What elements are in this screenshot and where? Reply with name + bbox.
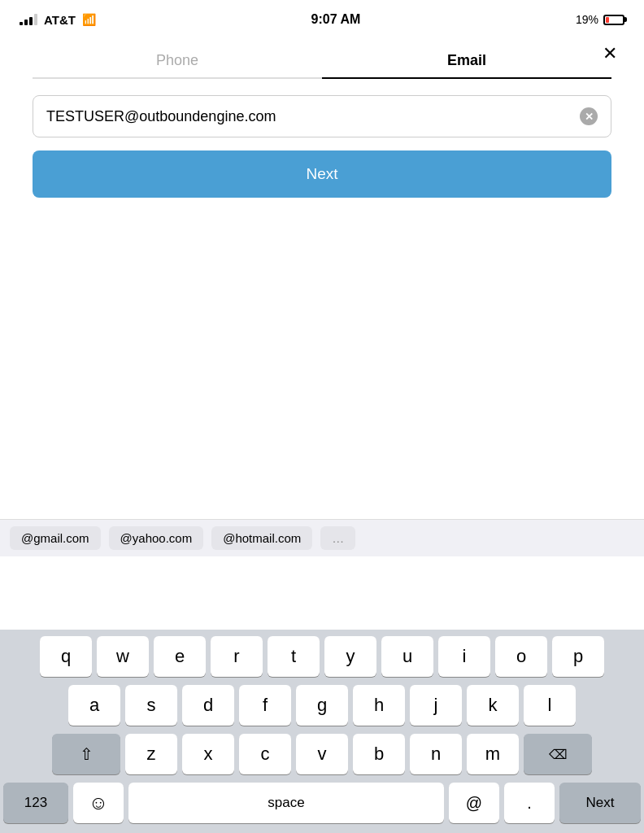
suggestion-partial: … (320, 526, 355, 550)
key-h[interactable]: h (353, 685, 405, 726)
key-next-label: Next (586, 795, 615, 811)
key-f[interactable]: f (239, 685, 291, 726)
key-next[interactable]: Next (559, 783, 641, 823)
tab-email[interactable]: Email (322, 42, 611, 79)
tab-email-label: Email (447, 52, 486, 68)
key-123[interactable]: 123 (3, 783, 68, 823)
suggestion-hotmail[interactable]: @hotmail.com (211, 526, 312, 550)
suggestion-gmail[interactable]: @gmail.com (10, 526, 101, 550)
key-r[interactable]: r (211, 636, 263, 677)
key-o[interactable]: o (495, 636, 547, 677)
clear-button[interactable]: ✕ (580, 107, 598, 125)
battery-icon (603, 15, 624, 25)
tab-phone-label: Phone (156, 52, 198, 68)
next-button[interactable]: Next (33, 150, 611, 198)
carrier-signal: AT&T 📶 (20, 13, 96, 27)
period-label: . (527, 794, 532, 813)
key-g[interactable]: g (296, 685, 348, 726)
key-z[interactable]: z (125, 734, 177, 774)
emoji-icon: ☺ (89, 792, 109, 814)
space-label: space (268, 795, 304, 811)
key-q[interactable]: q (40, 636, 92, 677)
input-section: ✕ (0, 79, 644, 137)
wifi-icon: 📶 (82, 13, 96, 26)
key-s[interactable]: s (125, 685, 177, 726)
keyboard-row-2: a s d f g h j k l (3, 685, 641, 726)
key-t[interactable]: t (268, 636, 320, 677)
battery-section: 19% (576, 13, 624, 26)
key-123-label: 123 (24, 795, 47, 811)
email-input-wrapper: ✕ (33, 95, 611, 137)
keyboard-row-bottom: 123 ☺ space @ . Next (3, 783, 641, 830)
key-at[interactable]: @ (449, 783, 499, 823)
suggestion-yahoo[interactable]: @yahoo.com (109, 526, 204, 550)
key-n[interactable]: n (410, 734, 462, 774)
key-w[interactable]: w (97, 636, 149, 677)
key-a[interactable]: a (68, 685, 120, 726)
shift-icon: ⇧ (80, 744, 94, 764)
key-j[interactable]: j (410, 685, 462, 726)
key-l[interactable]: l (524, 685, 576, 726)
key-emoji[interactable]: ☺ (73, 783, 124, 823)
key-c[interactable]: c (239, 734, 291, 774)
email-input[interactable] (46, 108, 580, 125)
key-y[interactable]: y (324, 636, 376, 677)
clear-icon: ✕ (585, 111, 594, 122)
key-delete[interactable]: ⌫ (524, 734, 592, 774)
key-u[interactable]: u (381, 636, 433, 677)
key-e[interactable]: e (154, 636, 206, 677)
keyboard-row-3: ⇧ z x c v b n m ⌫ (3, 734, 641, 774)
key-shift[interactable]: ⇧ (52, 734, 120, 774)
key-k[interactable]: k (467, 685, 519, 726)
signal-icon (20, 14, 37, 25)
at-label: @ (466, 794, 482, 813)
key-m[interactable]: m (467, 734, 519, 774)
key-space[interactable]: space (128, 783, 444, 823)
key-v[interactable]: v (296, 734, 348, 774)
time-display: 9:07 AM (311, 12, 361, 27)
key-p[interactable]: p (552, 636, 604, 677)
keyboard-row-1: q w e r t y u i o p (3, 636, 641, 677)
carrier-label: AT&T (44, 13, 76, 27)
key-d[interactable]: d (182, 685, 234, 726)
keyboard: q w e r t y u i o p a s d f g h j k l ⇧ … (0, 630, 644, 833)
key-i[interactable]: i (438, 636, 490, 677)
key-b[interactable]: b (353, 734, 405, 774)
email-suggestions-bar: @gmail.com @yahoo.com @hotmail.com … (0, 519, 644, 556)
key-period[interactable]: . (504, 783, 555, 823)
status-bar: AT&T 📶 9:07 AM 19% (0, 0, 644, 36)
tab-phone[interactable]: Phone (33, 42, 322, 79)
battery-pct-label: 19% (576, 13, 598, 26)
key-x[interactable]: x (182, 734, 234, 774)
delete-icon: ⌫ (549, 747, 568, 762)
tab-bar: Phone Email (0, 42, 644, 79)
